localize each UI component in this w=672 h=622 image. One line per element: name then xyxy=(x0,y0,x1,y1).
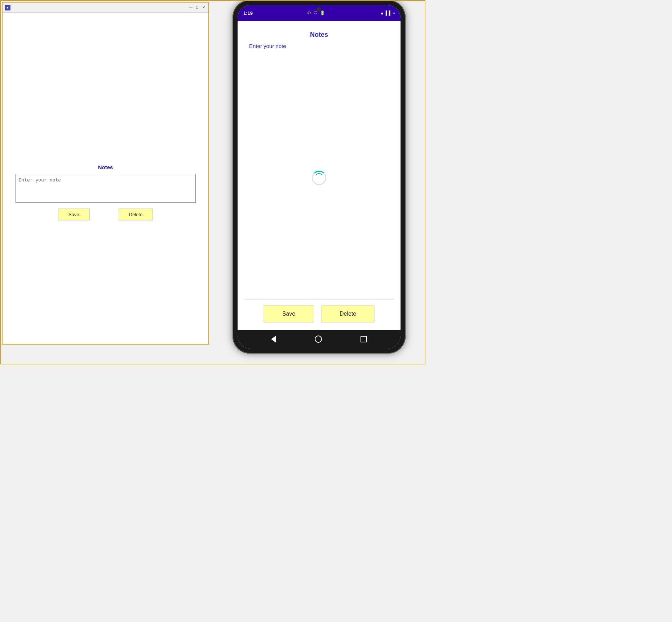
battery-icon: 🔋 xyxy=(320,10,325,16)
battery-level-icon: ▪ xyxy=(393,10,395,16)
phone-note-placeholder: Enter your note xyxy=(238,43,401,49)
minimize-button[interactable]: — xyxy=(188,5,193,10)
status-time: 1:19 xyxy=(243,10,253,16)
window-titlebar: ■ — □ ✕ xyxy=(3,3,208,13)
page-wrapper: ■ — □ ✕ Notes Save Delete 1:19 xyxy=(0,0,425,364)
status-right: ▲ ▌▌ ▪ xyxy=(380,10,395,16)
desktop-delete-button[interactable]: Delete xyxy=(119,209,153,220)
window-controls: — □ ✕ xyxy=(188,5,206,10)
window-title-area: ■ xyxy=(5,5,10,10)
nav-recents-button[interactable] xyxy=(361,336,367,342)
close-button[interactable]: ✕ xyxy=(201,5,206,10)
desktop-window: ■ — □ ✕ Notes Save Delete xyxy=(2,2,209,345)
phone-container: 1:19 ⚙ 🛡 🔋 ▲ ▌▌ ▪ Notes Enter your xyxy=(233,0,406,361)
phone-screen: Notes Enter your note Save Delete xyxy=(238,21,401,330)
wifi-icon: ▲ xyxy=(380,10,384,16)
desktop-save-button[interactable]: Save xyxy=(58,209,90,220)
phone-outer: 1:19 ⚙ 🛡 🔋 ▲ ▌▌ ▪ Notes Enter your xyxy=(233,0,406,354)
phone-delete-button[interactable]: Delete xyxy=(321,305,375,323)
loading-spinner xyxy=(312,171,326,185)
phone-notes-title: Notes xyxy=(238,31,401,39)
window-content: Notes Save Delete xyxy=(3,13,208,344)
signal-icon: ▌▌ xyxy=(386,10,392,16)
phone-buttons: Save Delete xyxy=(238,305,401,330)
back-icon xyxy=(271,336,276,343)
phone-camera xyxy=(317,7,321,12)
shield-icon: 🛡 xyxy=(313,10,318,16)
recents-icon xyxy=(361,336,367,342)
loading-spinner-inner xyxy=(314,173,324,183)
window-app-icon: ■ xyxy=(5,5,10,10)
gear-icon: ⚙ xyxy=(307,10,311,16)
desktop-notes-title: Notes xyxy=(98,164,113,170)
phone-inner: 1:19 ⚙ 🛡 🔋 ▲ ▌▌ ▪ Notes Enter your xyxy=(238,5,401,349)
status-icons: ⚙ 🛡 🔋 xyxy=(307,10,325,16)
phone-save-button[interactable]: Save xyxy=(264,305,314,323)
desktop-note-input[interactable] xyxy=(16,174,196,203)
desktop-buttons: Save Delete xyxy=(58,209,153,220)
home-icon xyxy=(315,336,322,343)
phone-navbar xyxy=(238,330,401,349)
maximize-button[interactable]: □ xyxy=(195,5,200,10)
phone-content-area xyxy=(238,56,401,299)
nav-home-button[interactable] xyxy=(315,336,322,343)
phone-divider xyxy=(245,299,393,299)
nav-back-button[interactable] xyxy=(271,336,276,343)
